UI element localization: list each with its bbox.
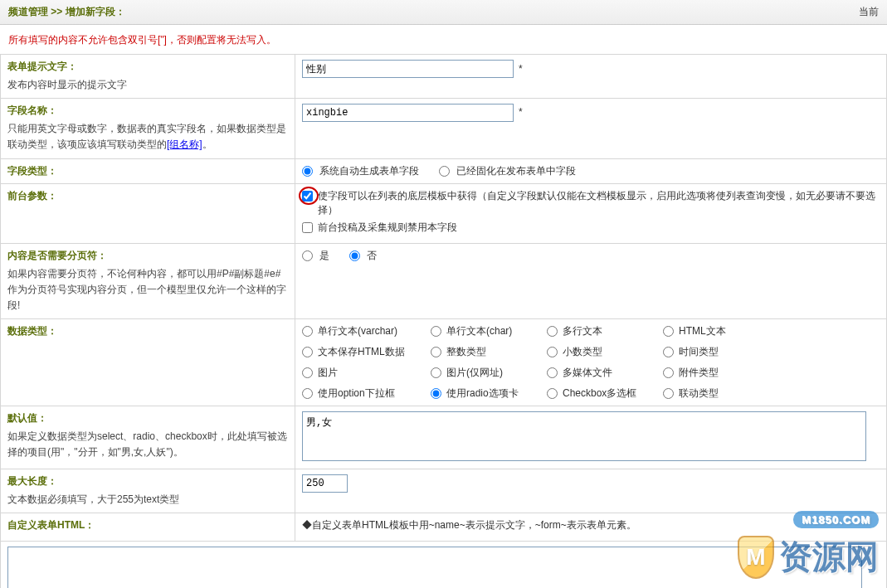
top-right-link[interactable]: 当前 — [859, 5, 879, 19]
dtype-radio-checkbox[interactable] — [547, 388, 558, 399]
label-tip-desc: 发布内容时显示的提示文字 — [7, 77, 288, 93]
label-maxlen-desc: 文本数据必须填写，大于255为text类型 — [7, 492, 288, 508]
label-paging-title: 内容是否需要分页符： — [7, 249, 288, 263]
label-dtype-title: 数据类型： — [7, 324, 288, 338]
front-disable-checkbox[interactable] — [302, 222, 313, 233]
dtype-label: 联动类型 — [679, 386, 719, 401]
label-paging-desc: 如果内容需要分页符，不论何种内容，都可以用#P#副标题#e#作为分页符号实现内容… — [7, 266, 288, 314]
front-listtpl-label: 使字段可以在列表的底层模板中获得（自定义字段默认仅能在文档模板显示，启用此选项将… — [318, 189, 880, 217]
dtype-label: 小数类型 — [563, 345, 602, 359]
dtype-radio-datetime[interactable] — [663, 347, 674, 357]
dtype-radio-stepselect[interactable] — [663, 388, 674, 399]
dtype-label: 使用radio选项卡 — [446, 386, 519, 401]
label-front-title: 前台参数： — [7, 189, 288, 203]
ftype-radio-auto-label: 系统自动生成表单字段 — [319, 164, 419, 178]
dtype-radio-htmltext[interactable] — [302, 347, 313, 357]
dtype-label: 多媒体文件 — [563, 366, 612, 380]
label-default-desc: 如果定义数据类型为select、radio、checkbox时，此处填写被选择的… — [7, 429, 288, 460]
paging-no-radio[interactable] — [349, 250, 360, 261]
ftype-radio-fixed-label: 已经固化在发布表单中字段 — [456, 164, 576, 178]
warning-text: 所有填写的内容不允许包含双引号["]，否则配置将无法写入。 — [0, 25, 887, 54]
breadcrumb: 频道管理 >> 增加新字段： — [8, 5, 125, 19]
dtype-radio-addon[interactable] — [663, 367, 674, 378]
dtype-radio-html[interactable] — [663, 326, 674, 337]
dtype-radio-char[interactable] — [431, 326, 441, 337]
dtype-radio-float[interactable] — [547, 347, 558, 357]
tip-input[interactable] — [302, 60, 514, 78]
paging-yes-label: 是 — [319, 249, 329, 263]
label-custom-title: 自定义表单HTML： — [7, 518, 288, 532]
label-default-title: 默认值： — [7, 411, 288, 425]
dtype-radio-radio[interactable] — [431, 388, 441, 399]
default-textarea[interactable]: 男,女 — [302, 411, 866, 461]
dtype-label: Checkbox多选框 — [563, 386, 636, 401]
dtype-label: 附件类型 — [679, 366, 719, 380]
dtype-label: 文本保存HTML数据 — [318, 345, 405, 359]
front-disable-label: 前台投稿及采集规则禁用本字段 — [318, 221, 457, 235]
paging-no-label: 否 — [367, 249, 377, 263]
dtype-radio-select[interactable] — [302, 388, 313, 399]
fieldname-input[interactable] — [302, 104, 514, 122]
group-name-link[interactable]: [组名称] — [167, 138, 202, 150]
dtype-radio-media[interactable] — [547, 367, 558, 378]
required-asterisk: * — [519, 63, 523, 75]
dtype-label: 使用option下拉框 — [318, 386, 395, 401]
dtype-label: 单行文本(char) — [446, 324, 512, 338]
front-listtpl-checkbox[interactable] — [302, 191, 313, 202]
label-tip-title: 表单提示文字： — [7, 60, 288, 74]
dtype-label: 图片 — [318, 366, 338, 380]
dtype-radio-multiline[interactable] — [547, 326, 558, 337]
dtype-label: HTML文本 — [679, 324, 726, 338]
highlight-circle — [302, 189, 318, 204]
label-maxlen-title: 最大长度： — [7, 474, 288, 488]
dtype-label: 多行文本 — [563, 324, 602, 338]
maxlen-input[interactable] — [302, 474, 348, 493]
label-name-desc: 只能用英文字母或数字，数据表的真实字段名，如果数据类型是联动类型，该项应该填写联… — [7, 121, 288, 153]
dtype-label: 时间类型 — [679, 345, 719, 359]
dtype-label: 单行文本(varchar) — [318, 324, 397, 338]
dtype-radio-int[interactable] — [431, 347, 441, 357]
dtype-radio-img[interactable] — [302, 367, 313, 378]
label-ftype-title: 字段类型： — [7, 164, 288, 178]
dtype-label: 整数类型 — [446, 345, 486, 359]
custom-html-textarea[interactable] — [7, 547, 862, 588]
ftype-radio-auto[interactable] — [302, 166, 313, 177]
label-name-title: 字段名称： — [7, 104, 288, 118]
required-asterisk: * — [519, 106, 523, 118]
dtype-radio-imgurl[interactable] — [431, 367, 441, 378]
dtype-radio-varchar[interactable] — [302, 326, 313, 337]
paging-yes-radio[interactable] — [302, 250, 313, 261]
ftype-radio-fixed[interactable] — [439, 166, 450, 177]
dtype-label: 图片(仅网址) — [446, 366, 503, 380]
custom-note: ◆自定义表单HTML模板中用~name~表示提示文字，~form~表示表单元素。 — [302, 518, 880, 532]
